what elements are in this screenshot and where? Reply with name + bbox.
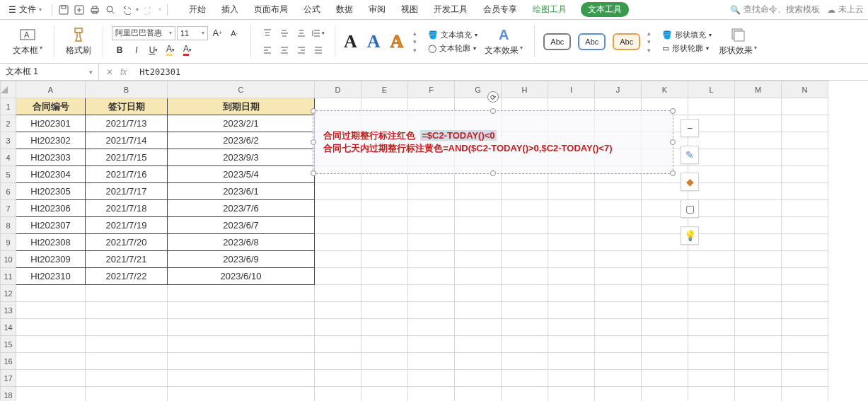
cell[interactable]: [408, 200, 455, 217]
cell[interactable]: [502, 370, 548, 387]
wordart-gallery-nav[interactable]: ▴▾▾: [413, 30, 417, 54]
wordart-style-1[interactable]: A: [344, 31, 357, 52]
resize-handle[interactable]: [490, 170, 496, 176]
row-header[interactable]: 18: [1, 387, 16, 402]
save-as-icon[interactable]: [74, 4, 85, 16]
cell[interactable]: 到期日期: [168, 98, 315, 115]
row-header[interactable]: 2: [1, 115, 16, 132]
tab-review[interactable]: 审阅: [367, 2, 387, 17]
cell[interactable]: 2023/6/10: [168, 268, 315, 285]
file-menu[interactable]: ☰ 文件 ▾: [4, 2, 46, 17]
cell[interactable]: 签订日期: [86, 98, 168, 115]
cell[interactable]: 2021/7/22: [86, 268, 168, 285]
font-name-select[interactable]: 阿里巴巴普惠▾: [112, 26, 175, 40]
cell[interactable]: Ht202307: [16, 217, 86, 234]
cell[interactable]: [408, 370, 455, 387]
cell[interactable]: [361, 234, 408, 251]
row-header[interactable]: 9: [1, 234, 16, 251]
column-header[interactable]: L: [688, 81, 735, 98]
cell[interactable]: 2023/6/1: [168, 183, 315, 200]
align-middle-icon[interactable]: [277, 26, 292, 40]
cell[interactable]: [455, 387, 502, 402]
rotate-handle[interactable]: ⟳: [487, 91, 499, 103]
cell[interactable]: [502, 336, 548, 353]
cell[interactable]: [315, 251, 361, 268]
formula-input[interactable]: Ht202301: [134, 67, 868, 77]
cell[interactable]: [782, 268, 828, 285]
shape-outline-button[interactable]: ▭形状轮廓▾: [662, 43, 712, 54]
cell[interactable]: [86, 353, 168, 370]
cell[interactable]: [782, 132, 828, 149]
cell[interactable]: [642, 353, 688, 370]
align-bottom-icon[interactable]: [294, 26, 309, 40]
column-header[interactable]: J: [595, 81, 642, 98]
redo-icon[interactable]: [143, 4, 154, 16]
cell[interactable]: [455, 370, 502, 387]
cell[interactable]: [86, 387, 168, 402]
cell[interactable]: [782, 285, 828, 302]
tab-insert[interactable]: 插入: [220, 2, 240, 17]
row-header[interactable]: 16: [1, 353, 16, 370]
cell[interactable]: [16, 370, 86, 387]
resize-handle[interactable]: [670, 170, 676, 176]
shape-style-3[interactable]: Abc: [613, 33, 640, 50]
resize-handle[interactable]: [670, 139, 676, 145]
redo-dropdown[interactable]: ▾: [158, 6, 161, 13]
cell[interactable]: [455, 353, 502, 370]
cell[interactable]: [735, 319, 782, 336]
cell[interactable]: [455, 183, 502, 200]
print-icon[interactable]: [89, 4, 100, 16]
cell[interactable]: [735, 387, 782, 402]
column-header[interactable]: A: [16, 81, 86, 98]
cell[interactable]: [361, 217, 408, 234]
idea-tool[interactable]: 💡: [681, 226, 699, 245]
cell[interactable]: [595, 217, 642, 234]
cell[interactable]: [735, 115, 782, 132]
cell[interactable]: [361, 200, 408, 217]
cell[interactable]: [502, 302, 548, 319]
column-header[interactable]: B: [86, 81, 168, 98]
text-fill-button[interactable]: 🪣文本填充▾: [428, 30, 478, 40]
cell[interactable]: [782, 98, 828, 115]
cell[interactable]: [642, 251, 688, 268]
cell[interactable]: [408, 302, 455, 319]
cell[interactable]: 2021/7/16: [86, 166, 168, 183]
cell[interactable]: [408, 217, 455, 234]
resize-handle[interactable]: [490, 108, 496, 114]
cell[interactable]: [688, 98, 735, 115]
cell[interactable]: [548, 234, 595, 251]
fill-tool[interactable]: ◆: [681, 173, 699, 191]
cell[interactable]: [168, 336, 315, 353]
select-all-corner[interactable]: [1, 81, 16, 98]
cell[interactable]: [548, 183, 595, 200]
cell[interactable]: [408, 285, 455, 302]
cell[interactable]: [735, 98, 782, 115]
column-header[interactable]: D: [315, 81, 361, 98]
cell[interactable]: [455, 336, 502, 353]
undo-dropdown[interactable]: ▾: [136, 6, 139, 13]
cell[interactable]: 2021/7/15: [86, 149, 168, 166]
cell[interactable]: [408, 268, 455, 285]
cell[interactable]: [688, 268, 735, 285]
cell[interactable]: [548, 370, 595, 387]
cell[interactable]: [168, 387, 315, 402]
cell[interactable]: 2023/9/3: [168, 149, 315, 166]
cell[interactable]: [315, 285, 361, 302]
row-header[interactable]: 17: [1, 370, 16, 387]
cell[interactable]: [782, 200, 828, 217]
cell[interactable]: [735, 217, 782, 234]
cell[interactable]: [502, 387, 548, 402]
cell[interactable]: [408, 336, 455, 353]
cell[interactable]: [595, 268, 642, 285]
cell[interactable]: [315, 319, 361, 336]
cell[interactable]: [408, 251, 455, 268]
cell[interactable]: [548, 319, 595, 336]
border-tool[interactable]: ▢: [681, 199, 699, 218]
cell[interactable]: [735, 302, 782, 319]
font-size-select[interactable]: 11▾: [177, 26, 208, 40]
decrease-font-icon[interactable]: A-: [226, 26, 242, 40]
row-header[interactable]: 8: [1, 217, 16, 234]
cell[interactable]: [782, 370, 828, 387]
cell[interactable]: [455, 302, 502, 319]
resize-handle[interactable]: [311, 108, 316, 114]
